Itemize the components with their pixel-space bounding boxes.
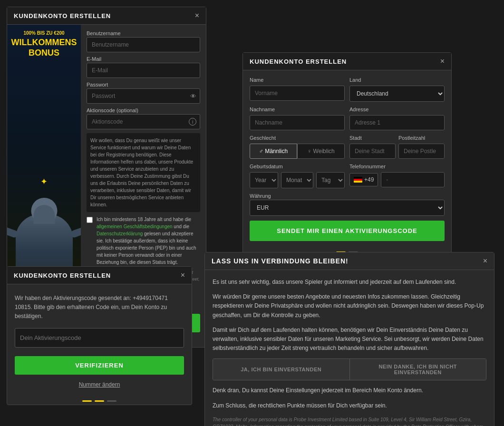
phone-prefix: +49 — [349, 173, 378, 186]
subscription-text-1: Es ist uns sehr wichtig, dass unsere Spi… — [213, 278, 486, 287]
email-input[interactable] — [87, 63, 200, 78]
promo-big: WILLKOMMENSBONUS — [7, 38, 81, 58]
modal2-close-button[interactable]: × — [440, 58, 445, 65]
name-label: Name — [250, 77, 345, 83]
lastname-label: Nachname — [250, 106, 345, 112]
modal2-cta-button[interactable]: SENDET MIR EINEN AKTIVIERUNGSCODE — [250, 221, 445, 241]
modal1-title: KUNDENKONTO ERSTELLEN — [14, 12, 111, 19]
promo-label: Aktionscode (optional) — [87, 107, 200, 113]
checkbox-row: Ich bin mindestens 18 Jahre alt und habe… — [87, 216, 200, 266]
dot-3 — [107, 400, 116, 402]
currency-select[interactable]: EUR — [250, 200, 445, 216]
username-label: Benutzername — [87, 30, 200, 36]
modal1-header: KUNDENKONTO ERSTELLEN × — [7, 7, 206, 25]
lastname-input[interactable] — [250, 115, 345, 130]
eye-icon[interactable]: 👁 — [190, 93, 196, 100]
modal2-title: KUNDENKONTO ERSTELLEN — [250, 58, 347, 65]
modal3-header: KUNDENKONTO ERSTELLEN × — [7, 267, 192, 284]
consent-buttons-row: JA, ICH BIN EINVERSTANDEN NEIN DANKE, IC… — [213, 358, 486, 380]
flag-de-icon — [354, 177, 362, 183]
dob-year-select[interactable]: Year — [250, 172, 278, 188]
promo-subtitle: 100% BIS ZU €200 — [7, 30, 81, 36]
phone-input[interactable] — [381, 172, 445, 187]
zip-input[interactable] — [398, 144, 445, 159]
modal4-title: LASS UNS IN VERBINDUNG BLEIBEN! — [212, 257, 349, 265]
city-label: Stadt — [349, 135, 396, 141]
firstname-input[interactable] — [250, 86, 345, 101]
modal2-header: KUNDENKONTO ERSTELLEN × — [243, 53, 451, 70]
modal4-header: LASS UNS IN VERBINDUNG BLEIBEN! × — [205, 252, 494, 270]
subscription-text-3: Damit wir Dich auf dem Laufenden halten … — [213, 326, 486, 353]
phone-label: Telefonnummer — [349, 164, 445, 169]
terms-checkbox[interactable] — [87, 217, 93, 223]
privacy-link[interactable]: Datenschutzerklärung — [97, 231, 143, 236]
consent-yes-button[interactable]: JA, ICH BIN EINVERSTANDEN — [213, 359, 350, 380]
dot-2 — [95, 400, 104, 402]
modal-verify: KUNDENKONTO ERSTELLEN × Wir haben den Ak… — [7, 266, 192, 405]
dob-day-select[interactable]: Tag — [316, 172, 345, 188]
modal3-title: KUNDENKONTO ERSTELLEN — [14, 272, 111, 279]
username-input[interactable] — [87, 37, 200, 52]
currency-label: Währung — [250, 193, 445, 199]
checkbox-text: Ich bin mindestens 18 Jahre alt und habe… — [97, 216, 200, 266]
address-input[interactable] — [349, 115, 445, 130]
country-select[interactable]: Deutschland — [349, 86, 445, 102]
consent-no-button[interactable]: NEIN DANKE, ICH BIN NICHT EINVERSTANDEN — [350, 359, 486, 380]
modal4-body: Es ist uns sehr wichtig, dass unsere Spi… — [205, 270, 494, 426]
phone-row: +49 — [349, 172, 445, 187]
phone-prefix-text: +49 — [364, 176, 374, 183]
address-label: Adresse — [349, 106, 445, 112]
modal1-close-button[interactable]: × — [195, 12, 199, 19]
modal3-progress-dots — [7, 397, 192, 405]
dob-label: Geburtsdatum — [250, 164, 345, 169]
change-number-link[interactable]: Nummer ändern — [15, 381, 184, 388]
city-input[interactable] — [349, 144, 396, 159]
activation-code-input[interactable] — [15, 328, 184, 348]
verify-button[interactable]: VERIFIZIEREN — [15, 356, 184, 375]
modal3-close-button[interactable]: × — [181, 271, 185, 279]
modal-register-step2: KUNDENKONTO ERSTELLEN × Name Land Deutsc… — [242, 52, 452, 257]
gender-female-button[interactable]: ♀ Weiblich — [297, 144, 345, 159]
password-label: Passwort — [87, 82, 200, 87]
consent-description: Wir wollen, dass Du genau weißt wie unse… — [87, 133, 200, 212]
email-label: E-Mail — [87, 56, 200, 62]
zip-label: Postleitzahl — [398, 135, 445, 141]
promo-input[interactable] — [87, 114, 200, 129]
promo-info-icon[interactable]: i — [189, 118, 196, 126]
gender-label: Geschlecht — [250, 135, 345, 141]
dot-1 — [82, 400, 92, 402]
dob-month-select[interactable]: Monat — [281, 172, 313, 188]
country-label: Land — [349, 77, 445, 83]
password-input[interactable] — [87, 88, 200, 104]
terms-link[interactable]: allgemeinen Geschäftsbedingungen — [97, 224, 173, 229]
modal3-body: Wir haben den Aktivierungscode gesendet … — [7, 284, 192, 397]
modal-subscription: LASS UNS IN VERBINDUNG BLEIBEN! × Es ist… — [204, 252, 494, 426]
verify-text: Wir haben den Aktivierungscode gesendet … — [15, 294, 184, 321]
gender-male-button[interactable]: ♂ Männlich — [250, 144, 297, 159]
info-text-5: Zum Schluss, die rechtlichen Punkte müss… — [213, 401, 486, 410]
info-text-4: Denk dran, Du kannst Deine Einstellungen… — [213, 386, 486, 395]
subscription-text-2: Wir würden Dir gerne unsere besten Angeb… — [213, 292, 486, 320]
modal2-form: Name Land Deutschland Nachname Adresse — [243, 70, 451, 248]
dob-row: Year Monat Tag — [250, 172, 345, 188]
modal4-legal: The controller of your personal data is … — [213, 416, 486, 426]
gender-selector: ♂ Männlich ♀ Weiblich — [250, 144, 345, 159]
modal4-close-button[interactable]: × — [483, 257, 487, 265]
